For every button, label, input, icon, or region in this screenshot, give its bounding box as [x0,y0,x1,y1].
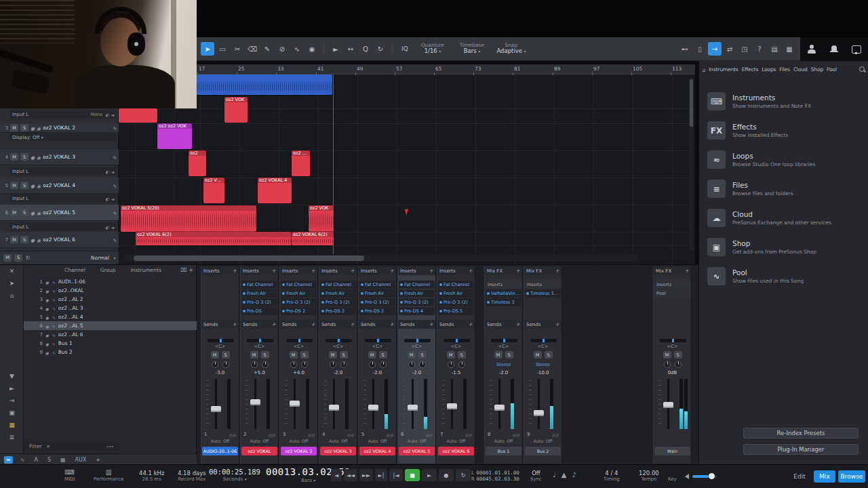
mute-button[interactable]: M [10,209,18,216]
inserts-header[interactable]: Inserts [241,266,278,275]
monitor-icon[interactable] [37,237,41,243]
meter-mode-icons[interactable] [552,431,559,438]
return-to-start-button[interactable]: |◄ [389,469,403,481]
browser-action-button[interactable]: Re-Index Presets [743,428,859,439]
channel-list-name[interactable]: oz2 ..AL 6 [58,331,83,338]
audio-clip[interactable] [119,108,157,123]
fader-handle[interactable] [534,410,544,416]
mix-view-button[interactable]: Mix [814,470,835,483]
pan-slider[interactable] [247,339,273,342]
mixer-channel-strip[interactable]: Inserts Fat Channel Fresh Air Pro-Q 3 (2… [437,266,475,464]
channel-active-icon[interactable] [45,331,49,338]
audio-clip[interactable]: oz2 VOKAL 6(2) [292,232,334,245]
stop-button[interactable]: ■ [405,469,420,481]
grid-icon[interactable]: ▦ [0,419,24,431]
record-knob[interactable] [408,361,415,368]
sends-header[interactable]: Sends [359,320,396,329]
plugin-power-icon[interactable] [439,301,442,304]
inserts-header[interactable]: Inserts [201,266,239,275]
add-send-icon[interactable] [468,321,473,327]
solo-button[interactable]: S [20,124,28,131]
meter-mode-icons[interactable] [347,431,354,438]
add-send-icon[interactable] [350,321,355,327]
track-input-row[interactable]: Input L [9,194,117,203]
insert-slot[interactable]: Pro-Q 3 (2) [320,298,356,306]
insert-slot[interactable]: Fat Channel [241,281,277,289]
notifications-icon[interactable] [827,42,842,57]
display-mode-dropdown[interactable]: Display: Off [9,133,117,142]
zoom-tool-icon[interactable]: Q [359,42,372,56]
insert-slot[interactable]: Pro-Q 3 (2) [399,298,435,306]
plugin-power-icon[interactable] [400,301,403,304]
channel-list-name[interactable]: oz2 ..AL 4 [58,314,83,320]
sends-header[interactable]: Sends [280,320,317,329]
browse-view-button[interactable]: Browse [838,470,865,483]
sends-header[interactable]: Sends [319,320,357,329]
insert-slot[interactable]: Pro-Q 3 (2) [438,298,474,306]
bank-icon[interactable]: ∿ [18,456,27,464]
plugin-power-icon[interactable] [361,301,363,304]
channel-list-name[interactable]: Bus 1 [58,340,73,346]
waveform-view-icon[interactable] [112,209,117,216]
browser-home-icon[interactable] [702,66,705,73]
mute-button[interactable]: M [368,351,376,359]
monitor-knob[interactable] [301,361,308,368]
record-knob[interactable] [290,361,297,368]
plugin-power-icon[interactable] [361,310,363,312]
add-send-icon[interactable] [232,321,237,327]
record-arm-icon[interactable] [31,182,35,189]
channel-list-name[interactable]: Bus 2 [58,349,73,355]
inserts-header[interactable]: Inserts [280,266,317,275]
insert-slot[interactable]: Fresh Air [438,289,474,298]
plugin-power-icon[interactable] [361,292,363,295]
macro-tool-icon[interactable]: ↻ [374,42,387,56]
monitor-icon[interactable] [849,42,864,57]
audio-clip[interactable]: oz2 [189,150,206,176]
plugin-power-icon[interactable] [487,301,490,304]
panel-layout-icon[interactable]: ▤ [768,42,781,56]
wrench-icon[interactable]: ⌂ [0,289,24,302]
loop-range-display[interactable]: L00001.01.01.00 R00045.02.03.30 [471,470,519,482]
solo-button[interactable]: S [545,351,553,359]
mute-button[interactable]: M [10,124,18,131]
audio-clip[interactable]: oz2 VO [292,150,310,176]
meter-mode-icons[interactable] [426,431,433,438]
plugin-power-icon[interactable] [400,310,403,312]
automation-mode[interactable]: Auto: Off [241,439,278,443]
browser-tab[interactable]: Files [779,66,790,73]
plugin-power-icon[interactable] [526,292,529,295]
plugin-power-icon[interactable] [361,283,363,286]
external-window-icon[interactable]: ◳ [738,42,751,56]
sends-header[interactable]: Sends [524,320,561,329]
waveform-view-icon[interactable] [112,182,117,189]
add-insert-icon[interactable] [311,268,315,274]
channel-list-row[interactable]: 4 oz2 ..AL 3 [24,304,197,312]
channel-list-name[interactable]: oz2 ..AL 5 [58,323,83,329]
track-header[interactable]: 3 M S oz2 VOKAL 2 [0,123,119,133]
automation-mode[interactable]: Auto: Off [319,439,357,443]
mute-tool-icon[interactable]: ⊘ [275,42,289,56]
plugin-power-icon[interactable] [439,292,442,295]
vertical-scrollbar[interactable] [689,77,694,251]
monitor-icon[interactable] [37,154,41,161]
record-arm-icon[interactable] [31,154,35,161]
browser-item[interactable]: ⌨ Instruments Show Instruments and Note … [699,87,868,116]
solo-button[interactable]: S [340,351,348,359]
plugin-power-icon[interactable] [321,310,324,312]
fader-handle[interactable] [368,405,378,411]
bank-icon[interactable]: ≡ [4,456,13,464]
mixfx-header[interactable]: Mix FX [654,266,691,275]
insert-slot[interactable]: Fat Channel [320,281,356,289]
goto-end-button[interactable]: ►| [375,469,387,481]
monitor-icon[interactable] [37,209,41,216]
audio-clip[interactable]: oz2 VOK [203,178,224,203]
volume-fader[interactable] [524,379,561,429]
channel-list-tools[interactable]: ⌧ + [181,267,193,273]
browser-item[interactable]: ☁ Cloud PreSonus Exchange and other serv… [699,203,868,232]
browser-item[interactable]: ▣ Shop Get add-ons from PreSonus Shop [699,232,868,262]
mixer-channel-strip[interactable]: Inserts Fat Channel Fresh Air Pro-Q 3 (2… [279,266,318,464]
insert-slot[interactable]: Pro-DS 2 [359,307,395,315]
mute-button[interactable]: M [10,153,18,161]
mono-knob[interactable] [664,361,671,368]
record-knob[interactable] [212,361,218,368]
